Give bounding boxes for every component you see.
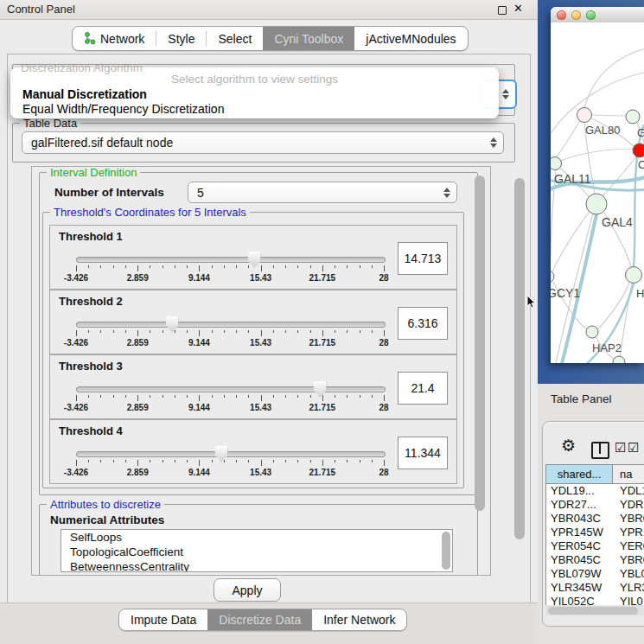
close-icon[interactable]: ✕ xyxy=(513,2,523,15)
table-cell[interactable]: YBR045C xyxy=(546,553,612,567)
scale-label: 28 xyxy=(379,338,388,348)
settings-scrollpane: Interval Definition Number of Intervals … xyxy=(31,166,491,576)
tick-mark xyxy=(125,265,126,268)
column-layout-icon[interactable] xyxy=(591,442,609,459)
number-of-intervals-combobox[interactable]: 5 xyxy=(188,182,457,203)
tab-impute-data-label: Impute Data xyxy=(131,613,196,627)
minimize-traffic-light[interactable] xyxy=(571,10,581,20)
tab-cyni-toolbox[interactable]: Cyni Toolbox xyxy=(263,27,354,50)
table-cell[interactable]: YPR145W xyxy=(546,526,612,539)
table-row[interactable]: YDR27...YDR2 xyxy=(546,498,644,512)
threshold-3-value-field[interactable]: 21.4 xyxy=(398,372,448,405)
list-scrollbar[interactable] xyxy=(442,532,450,570)
tick-mark xyxy=(113,265,114,268)
popup-item-manual-discretization[interactable]: Manual Discretization xyxy=(22,87,147,101)
table-cell[interactable]: YDR2 xyxy=(612,498,644,512)
table-cell[interactable]: YBR0 xyxy=(612,553,644,567)
tick-mark xyxy=(236,395,237,398)
tab-discretize-data[interactable]: Discretize Data xyxy=(207,609,312,630)
close-traffic-light[interactable] xyxy=(557,10,566,20)
popup-item-equal-width[interactable]: Equal Width/Frequency Discretization xyxy=(22,102,224,116)
network-canvas[interactable]: GAL80 GA C GAL11 GAL4 GCY1 H HAP2 xyxy=(551,22,644,363)
table-cell[interactable]: YBR043C xyxy=(546,512,612,526)
node-label-gal11: GAL11 xyxy=(554,172,591,186)
scale-label: 15.43 xyxy=(250,468,271,477)
horizontal-scrollbar[interactable] xyxy=(545,605,644,615)
tick-mark xyxy=(384,460,385,466)
checkbox-icon-1[interactable]: ☑ xyxy=(615,441,626,454)
node-bottom[interactable] xyxy=(613,356,625,363)
table-data-combobox[interactable]: galFiltered.sif default node xyxy=(22,131,504,154)
threshold-3-slider[interactable] xyxy=(76,386,386,392)
tab-select[interactable]: Select xyxy=(207,27,263,50)
node-gal80[interactable] xyxy=(577,108,592,123)
attribute-list-item[interactable]: SelfLoops xyxy=(61,530,452,545)
attribute-list-item[interactable]: BetweennessCentrality xyxy=(61,559,452,572)
column-header-name[interactable]: na xyxy=(613,465,644,483)
node-red-selected[interactable] xyxy=(633,143,644,157)
table-row[interactable]: YBR043CYBR0 xyxy=(546,512,644,526)
table-data-title: Table Data xyxy=(20,117,80,130)
numerical-attributes-list[interactable]: SelfLoopsTopologicalCoefficientBetweenne… xyxy=(61,529,453,572)
table-row[interactable]: YBL079WYBL0 xyxy=(546,567,644,581)
threshold-2-slider[interactable] xyxy=(76,322,386,328)
node-gal4[interactable] xyxy=(586,194,607,214)
tab-jactivemnodules[interactable]: jActiveMNodules xyxy=(354,27,467,50)
tab-network[interactable]: Network xyxy=(73,27,156,50)
threshold-4-slider[interactable] xyxy=(76,451,386,457)
apply-button[interactable]: Apply xyxy=(214,578,281,602)
node-hap2[interactable] xyxy=(586,326,598,338)
inner-scrollbar[interactable] xyxy=(475,175,485,511)
node-top-right[interactable] xyxy=(626,110,640,124)
threshold-4-value-field[interactable]: 11.344 xyxy=(398,437,448,469)
tick-mark xyxy=(137,330,138,336)
tick-mark xyxy=(100,460,101,462)
table-cell[interactable]: YBL0 xyxy=(612,567,644,581)
table-row[interactable]: YPR145WYPR1 xyxy=(546,526,644,539)
table-cell[interactable]: YBR0 xyxy=(612,512,644,526)
table-cell[interactable]: YER054C xyxy=(546,539,612,553)
popup-placeholder-text: Select algorithm to view settings xyxy=(10,73,499,86)
table-row[interactable]: YER054CYER0 xyxy=(546,539,644,553)
threshold-1-value-field[interactable]: 14.713 xyxy=(398,242,448,275)
scale-label: 28 xyxy=(379,273,388,283)
gear-icon[interactable]: ⚙ xyxy=(561,437,576,454)
scale-label: 15.43 xyxy=(250,403,271,412)
tab-infer-network[interactable]: Infer Network xyxy=(312,609,406,630)
table-panel-title: Table Panel xyxy=(551,392,612,405)
scale-label: 2.859 xyxy=(127,403,149,412)
table-cell[interactable]: YDR27... xyxy=(546,498,612,512)
threshold-3-label: Threshold 3 xyxy=(59,360,123,373)
table-cell[interactable]: YPR1 xyxy=(612,526,644,539)
attribute-list-item[interactable]: TopologicalCoefficient xyxy=(61,545,452,559)
checkbox-icon-2[interactable]: ☑ xyxy=(628,441,639,454)
table-cell[interactable]: YER0 xyxy=(612,539,644,553)
threshold-2-value-field[interactable]: 6.316 xyxy=(398,307,448,340)
table-row[interactable]: YLR345WYLR3 xyxy=(546,581,644,595)
node-gcy1[interactable] xyxy=(551,271,554,283)
table-panel: Table Panel ⚙ ☑ ☑ shared... na YDL19...Y… xyxy=(538,384,644,644)
table-row[interactable]: YDL19...YDL1 xyxy=(546,484,644,498)
zoom-traffic-light[interactable] xyxy=(586,10,596,20)
threshold-1-slider[interactable] xyxy=(76,257,386,263)
tick-mark xyxy=(285,330,286,333)
tab-impute-data[interactable]: Impute Data xyxy=(119,609,207,630)
scale-label: -3.426 xyxy=(64,338,88,348)
tick-mark xyxy=(384,330,385,336)
tick-mark xyxy=(384,395,385,401)
table-cell[interactable]: YLR3 xyxy=(612,581,644,595)
node-gal11[interactable] xyxy=(551,157,562,170)
table-row[interactable]: YBR045CYBR0 xyxy=(546,553,644,567)
tick-mark xyxy=(347,265,348,268)
outer-scrollbar[interactable] xyxy=(514,178,525,539)
tab-style[interactable]: Style xyxy=(156,27,206,50)
table-cell[interactable]: YDL1 xyxy=(612,484,644,498)
horizontal-scrollbar-thumb[interactable] xyxy=(548,607,638,615)
table-cell[interactable]: YDL19... xyxy=(546,484,612,498)
table-cell[interactable]: YBL079W xyxy=(546,567,612,581)
node-h[interactable] xyxy=(626,267,642,284)
table-header-row: shared... na xyxy=(546,465,644,484)
column-header-shared-name[interactable]: shared... xyxy=(546,465,613,483)
table-cell[interactable]: YLR345W xyxy=(546,581,612,595)
float-window-icon[interactable] xyxy=(498,6,507,15)
